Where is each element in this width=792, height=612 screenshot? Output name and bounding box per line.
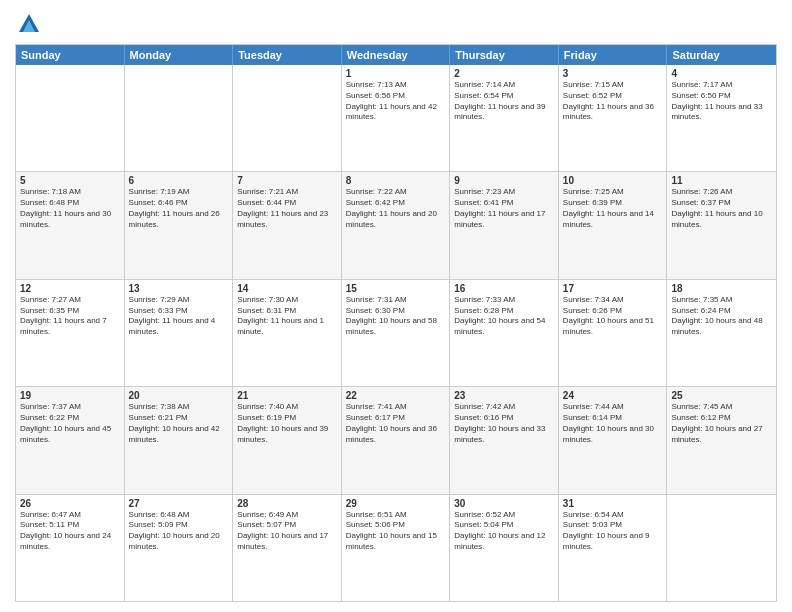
day-number: 19 xyxy=(20,390,120,401)
cal-cell-r3-c5: 24Sunrise: 7:44 AM Sunset: 6:14 PM Dayli… xyxy=(559,387,668,493)
cell-text: Sunrise: 7:21 AM Sunset: 6:44 PM Dayligh… xyxy=(237,187,337,230)
cal-cell-r0-c5: 3Sunrise: 7:15 AM Sunset: 6:52 PM Daylig… xyxy=(559,65,668,171)
cell-text: Sunrise: 7:35 AM Sunset: 6:24 PM Dayligh… xyxy=(671,295,772,338)
cal-row-5: 26Sunrise: 6:47 AM Sunset: 5:11 PM Dayli… xyxy=(16,494,776,601)
day-number: 3 xyxy=(563,68,663,79)
day-number: 2 xyxy=(454,68,554,79)
cell-text: Sunrise: 6:51 AM Sunset: 5:06 PM Dayligh… xyxy=(346,510,446,553)
cal-cell-r1-c4: 9Sunrise: 7:23 AM Sunset: 6:41 PM Daylig… xyxy=(450,172,559,278)
day-number: 29 xyxy=(346,498,446,509)
cal-cell-r4-c1: 27Sunrise: 6:48 AM Sunset: 5:09 PM Dayli… xyxy=(125,495,234,601)
cal-cell-r0-c2 xyxy=(233,65,342,171)
day-number: 16 xyxy=(454,283,554,294)
cal-cell-r1-c1: 6Sunrise: 7:19 AM Sunset: 6:46 PM Daylig… xyxy=(125,172,234,278)
day-number: 14 xyxy=(237,283,337,294)
cal-row-3: 12Sunrise: 7:27 AM Sunset: 6:35 PM Dayli… xyxy=(16,279,776,386)
day-number: 7 xyxy=(237,175,337,186)
cal-cell-r4-c3: 29Sunrise: 6:51 AM Sunset: 5:06 PM Dayli… xyxy=(342,495,451,601)
cell-text: Sunrise: 7:14 AM Sunset: 6:54 PM Dayligh… xyxy=(454,80,554,123)
cell-text: Sunrise: 7:18 AM Sunset: 6:48 PM Dayligh… xyxy=(20,187,120,230)
cell-text: Sunrise: 7:41 AM Sunset: 6:17 PM Dayligh… xyxy=(346,402,446,445)
cal-header-friday: Friday xyxy=(559,45,668,65)
cell-text: Sunrise: 7:26 AM Sunset: 6:37 PM Dayligh… xyxy=(671,187,772,230)
cell-text: Sunrise: 7:31 AM Sunset: 6:30 PM Dayligh… xyxy=(346,295,446,338)
day-number: 30 xyxy=(454,498,554,509)
cal-header-wednesday: Wednesday xyxy=(342,45,451,65)
cell-text: Sunrise: 6:49 AM Sunset: 5:07 PM Dayligh… xyxy=(237,510,337,553)
cell-text: Sunrise: 7:30 AM Sunset: 6:31 PM Dayligh… xyxy=(237,295,337,338)
cell-text: Sunrise: 6:48 AM Sunset: 5:09 PM Dayligh… xyxy=(129,510,229,553)
cal-row-2: 5Sunrise: 7:18 AM Sunset: 6:48 PM Daylig… xyxy=(16,171,776,278)
day-number: 31 xyxy=(563,498,663,509)
cell-text: Sunrise: 7:17 AM Sunset: 6:50 PM Dayligh… xyxy=(671,80,772,123)
cell-text: Sunrise: 7:38 AM Sunset: 6:21 PM Dayligh… xyxy=(129,402,229,445)
calendar: SundayMondayTuesdayWednesdayThursdayFrid… xyxy=(15,44,777,602)
day-number: 15 xyxy=(346,283,446,294)
cal-cell-r3-c6: 25Sunrise: 7:45 AM Sunset: 6:12 PM Dayli… xyxy=(667,387,776,493)
cal-cell-r2-c2: 14Sunrise: 7:30 AM Sunset: 6:31 PM Dayli… xyxy=(233,280,342,386)
cal-cell-r3-c1: 20Sunrise: 7:38 AM Sunset: 6:21 PM Dayli… xyxy=(125,387,234,493)
cal-cell-r4-c4: 30Sunrise: 6:52 AM Sunset: 5:04 PM Dayli… xyxy=(450,495,559,601)
cal-cell-r4-c5: 31Sunrise: 6:54 AM Sunset: 5:03 PM Dayli… xyxy=(559,495,668,601)
cal-cell-r0-c4: 2Sunrise: 7:14 AM Sunset: 6:54 PM Daylig… xyxy=(450,65,559,171)
cell-text: Sunrise: 7:44 AM Sunset: 6:14 PM Dayligh… xyxy=(563,402,663,445)
logo xyxy=(15,10,47,38)
cell-text: Sunrise: 7:40 AM Sunset: 6:19 PM Dayligh… xyxy=(237,402,337,445)
cal-cell-r3-c3: 22Sunrise: 7:41 AM Sunset: 6:17 PM Dayli… xyxy=(342,387,451,493)
cell-text: Sunrise: 7:19 AM Sunset: 6:46 PM Dayligh… xyxy=(129,187,229,230)
cal-cell-r0-c1 xyxy=(125,65,234,171)
day-number: 5 xyxy=(20,175,120,186)
cal-cell-r1-c6: 11Sunrise: 7:26 AM Sunset: 6:37 PM Dayli… xyxy=(667,172,776,278)
day-number: 18 xyxy=(671,283,772,294)
cell-text: Sunrise: 6:54 AM Sunset: 5:03 PM Dayligh… xyxy=(563,510,663,553)
cal-cell-r3-c2: 21Sunrise: 7:40 AM Sunset: 6:19 PM Dayli… xyxy=(233,387,342,493)
cal-header-thursday: Thursday xyxy=(450,45,559,65)
cal-cell-r0-c0 xyxy=(16,65,125,171)
day-number: 24 xyxy=(563,390,663,401)
cell-text: Sunrise: 6:47 AM Sunset: 5:11 PM Dayligh… xyxy=(20,510,120,553)
cell-text: Sunrise: 7:25 AM Sunset: 6:39 PM Dayligh… xyxy=(563,187,663,230)
cal-header-saturday: Saturday xyxy=(667,45,776,65)
cal-cell-r4-c6 xyxy=(667,495,776,601)
cal-cell-r1-c5: 10Sunrise: 7:25 AM Sunset: 6:39 PM Dayli… xyxy=(559,172,668,278)
cell-text: Sunrise: 7:27 AM Sunset: 6:35 PM Dayligh… xyxy=(20,295,120,338)
cal-row-4: 19Sunrise: 7:37 AM Sunset: 6:22 PM Dayli… xyxy=(16,386,776,493)
cell-text: Sunrise: 7:29 AM Sunset: 6:33 PM Dayligh… xyxy=(129,295,229,338)
cal-cell-r2-c5: 17Sunrise: 7:34 AM Sunset: 6:26 PM Dayli… xyxy=(559,280,668,386)
logo-icon xyxy=(15,10,43,38)
cal-cell-r2-c6: 18Sunrise: 7:35 AM Sunset: 6:24 PM Dayli… xyxy=(667,280,776,386)
header xyxy=(15,10,777,38)
day-number: 12 xyxy=(20,283,120,294)
cal-cell-r1-c0: 5Sunrise: 7:18 AM Sunset: 6:48 PM Daylig… xyxy=(16,172,125,278)
cell-text: Sunrise: 7:22 AM Sunset: 6:42 PM Dayligh… xyxy=(346,187,446,230)
cell-text: Sunrise: 7:13 AM Sunset: 6:56 PM Dayligh… xyxy=(346,80,446,123)
cal-cell-r1-c3: 8Sunrise: 7:22 AM Sunset: 6:42 PM Daylig… xyxy=(342,172,451,278)
day-number: 1 xyxy=(346,68,446,79)
cal-cell-r4-c2: 28Sunrise: 6:49 AM Sunset: 5:07 PM Dayli… xyxy=(233,495,342,601)
day-number: 22 xyxy=(346,390,446,401)
day-number: 6 xyxy=(129,175,229,186)
day-number: 8 xyxy=(346,175,446,186)
day-number: 25 xyxy=(671,390,772,401)
cal-cell-r2-c1: 13Sunrise: 7:29 AM Sunset: 6:33 PM Dayli… xyxy=(125,280,234,386)
cal-cell-r4-c0: 26Sunrise: 6:47 AM Sunset: 5:11 PM Dayli… xyxy=(16,495,125,601)
cal-cell-r2-c0: 12Sunrise: 7:27 AM Sunset: 6:35 PM Dayli… xyxy=(16,280,125,386)
cal-cell-r0-c3: 1Sunrise: 7:13 AM Sunset: 6:56 PM Daylig… xyxy=(342,65,451,171)
day-number: 13 xyxy=(129,283,229,294)
cal-cell-r0-c6: 4Sunrise: 7:17 AM Sunset: 6:50 PM Daylig… xyxy=(667,65,776,171)
cal-cell-r3-c0: 19Sunrise: 7:37 AM Sunset: 6:22 PM Dayli… xyxy=(16,387,125,493)
calendar-body: 1Sunrise: 7:13 AM Sunset: 6:56 PM Daylig… xyxy=(16,65,776,601)
cell-text: Sunrise: 7:34 AM Sunset: 6:26 PM Dayligh… xyxy=(563,295,663,338)
cal-cell-r2-c3: 15Sunrise: 7:31 AM Sunset: 6:30 PM Dayli… xyxy=(342,280,451,386)
cell-text: Sunrise: 7:42 AM Sunset: 6:16 PM Dayligh… xyxy=(454,402,554,445)
cal-header-sunday: Sunday xyxy=(16,45,125,65)
cal-cell-r3-c4: 23Sunrise: 7:42 AM Sunset: 6:16 PM Dayli… xyxy=(450,387,559,493)
cal-header-monday: Monday xyxy=(125,45,234,65)
cell-text: Sunrise: 7:37 AM Sunset: 6:22 PM Dayligh… xyxy=(20,402,120,445)
cal-header-tuesday: Tuesday xyxy=(233,45,342,65)
cal-row-1: 1Sunrise: 7:13 AM Sunset: 6:56 PM Daylig… xyxy=(16,65,776,171)
day-number: 10 xyxy=(563,175,663,186)
day-number: 9 xyxy=(454,175,554,186)
day-number: 11 xyxy=(671,175,772,186)
cal-cell-r1-c2: 7Sunrise: 7:21 AM Sunset: 6:44 PM Daylig… xyxy=(233,172,342,278)
